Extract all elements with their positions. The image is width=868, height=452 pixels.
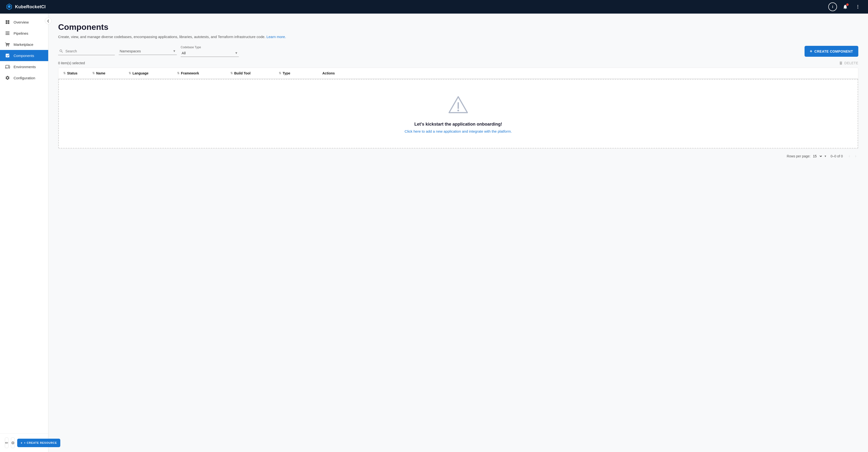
- rows-per-page: Rows per page: 15 25 50 100 ▼: [786, 154, 827, 158]
- col-header-language[interactable]: ⇅ Language: [129, 71, 177, 75]
- page-title: Components: [58, 22, 858, 32]
- col-label-build-tool: Build Tool: [234, 71, 250, 75]
- sidebar-bottom: ✏ ⚙ + + CREATE RESOURCE: [0, 433, 48, 452]
- gear-icon: ⚙: [11, 441, 14, 445]
- notification-dot: [846, 3, 848, 6]
- page-nav: ‹ ›: [847, 152, 858, 160]
- search-field[interactable]: [58, 48, 115, 55]
- sidebar-item-environments[interactable]: Environments: [0, 61, 48, 72]
- codebase-type-value: All: [182, 51, 233, 55]
- rows-per-page-label: Rows per page:: [786, 154, 810, 158]
- sidebar-item-label-environments: Environments: [13, 65, 36, 69]
- svg-rect-4: [8, 20, 9, 22]
- sidebar-item-pipelines[interactable]: Pipelines: [0, 28, 48, 39]
- empty-state-title: Let's kickstart the application onboardi…: [414, 122, 502, 127]
- sidebar-collapse-button[interactable]: ❮: [45, 18, 52, 24]
- main-layout: ❮ Overview: [0, 13, 868, 452]
- svg-rect-5: [6, 22, 7, 24]
- sidebar-item-configuration[interactable]: Configuration: [0, 72, 48, 83]
- next-page-button[interactable]: ›: [853, 152, 858, 160]
- sidebar-item-components[interactable]: Components: [0, 50, 48, 61]
- search-input[interactable]: [65, 49, 114, 53]
- rows-per-page-select[interactable]: 15 25 50 100: [812, 154, 823, 158]
- environments-icon: [5, 64, 10, 69]
- overview-icon: [5, 20, 10, 25]
- create-resource-label: + CREATE RESOURCE: [24, 441, 57, 444]
- configuration-icon: [5, 75, 10, 81]
- col-header-framework[interactable]: ⇅ Framework: [177, 71, 230, 75]
- col-label-actions: Actions: [322, 71, 335, 75]
- col-header-type[interactable]: ⇅ Type: [279, 71, 322, 75]
- codebase-type-select: Codebase Type All ▼: [181, 46, 239, 57]
- namespace-select-control[interactable]: Namespaces ▼: [119, 48, 177, 55]
- col-header-actions: Actions: [322, 71, 853, 75]
- plus-icon: +: [21, 441, 23, 445]
- sort-icon-name: ⇅: [92, 72, 95, 75]
- sort-icon-framework: ⇅: [177, 72, 180, 75]
- prev-page-button[interactable]: ‹: [847, 152, 852, 160]
- header-left: KubeRocketCI: [6, 3, 46, 10]
- col-header-status[interactable]: ⇅ Status: [63, 71, 92, 75]
- empty-state: Let's kickstart the application onboardi…: [58, 79, 858, 148]
- svg-point-1: [857, 6, 858, 7]
- sort-icon-type: ⇅: [279, 72, 281, 75]
- svg-rect-3: [6, 20, 7, 22]
- svg-point-2: [857, 8, 858, 8]
- delete-label: DELETE: [844, 61, 858, 65]
- search-icon: [59, 49, 63, 53]
- edit-tool-button[interactable]: ✏: [5, 437, 8, 448]
- table-controls: 0 item(s) selected DELETE: [58, 61, 858, 65]
- sidebar-item-label-marketplace: Marketplace: [13, 43, 33, 47]
- learn-more-link[interactable]: Learn more.: [267, 35, 286, 39]
- create-component-label: CREATE COMPONENT: [814, 50, 853, 53]
- create-plus-icon: +: [810, 49, 812, 54]
- trash-icon: [839, 61, 843, 65]
- sidebar-item-label-pipelines: Pipelines: [13, 31, 28, 35]
- delete-button[interactable]: DELETE: [839, 61, 858, 65]
- sidebar-item-label-configuration: Configuration: [13, 76, 35, 80]
- table-wrapper: ⇅ Status ⇅ Name ⇅ Language ⇅ Framework ⇅: [58, 68, 858, 149]
- create-component-button[interactable]: + CREATE COMPONENT: [805, 46, 858, 57]
- sidebar-item-marketplace[interactable]: Marketplace: [0, 39, 48, 50]
- sidebar: ❮ Overview: [0, 13, 49, 452]
- create-resource-button[interactable]: + + CREATE RESOURCE: [17, 439, 60, 447]
- settings-tool-button[interactable]: ⚙: [11, 437, 15, 448]
- sort-icon-status: ⇅: [63, 72, 66, 75]
- sidebar-nav: Overview Pipelines Mar: [0, 13, 48, 433]
- empty-state-link[interactable]: Click here to add a new application and …: [405, 129, 512, 133]
- svg-point-0: [857, 5, 858, 6]
- col-header-name[interactable]: ⇅ Name: [92, 71, 129, 75]
- info-icon: i: [832, 5, 833, 9]
- pipelines-icon: [5, 31, 10, 36]
- svg-rect-7: [6, 31, 10, 32]
- namespace-arrow-icon: ▼: [173, 49, 176, 53]
- sidebar-item-label-components: Components: [13, 54, 34, 58]
- page-description: Create, view, and manage diverse codebas…: [58, 35, 858, 39]
- notification-button[interactable]: [841, 2, 849, 11]
- codebase-type-label: Codebase Type: [181, 46, 239, 49]
- marketplace-icon: [5, 42, 10, 47]
- col-label-name: Name: [96, 71, 105, 75]
- info-button[interactable]: i: [828, 2, 837, 11]
- codebase-arrow-icon: ▼: [235, 51, 238, 55]
- sort-icon-build-tool: ⇅: [230, 72, 233, 75]
- sidebar-item-label-overview: Overview: [13, 20, 29, 24]
- main-content: Components Create, view, and manage dive…: [49, 13, 868, 452]
- table-header: ⇅ Status ⇅ Name ⇅ Language ⇅ Framework ⇅: [58, 68, 858, 79]
- more-options-button[interactable]: [854, 2, 862, 11]
- items-selected: 0 item(s) selected: [58, 61, 85, 65]
- rows-dropdown-arrow: ▼: [824, 155, 827, 158]
- namespace-label: Namespaces: [120, 49, 171, 53]
- col-label-framework: Framework: [181, 71, 199, 75]
- col-label-language: Language: [132, 71, 149, 75]
- svg-point-11: [457, 110, 459, 111]
- col-header-build-tool[interactable]: ⇅ Build Tool: [230, 71, 279, 75]
- page-description-text: Create, view, and manage diverse codebas…: [58, 35, 266, 39]
- sort-icon-language: ⇅: [129, 72, 131, 75]
- codebase-type-control[interactable]: All ▼: [181, 50, 239, 57]
- svg-rect-9: [6, 34, 10, 35]
- sidebar-item-overview[interactable]: Overview: [0, 17, 48, 28]
- svg-rect-6: [8, 22, 9, 24]
- filters-row: Namespaces ▼ Codebase Type All ▼ + CREAT…: [58, 46, 858, 57]
- chevron-left-icon: ❮: [47, 19, 50, 23]
